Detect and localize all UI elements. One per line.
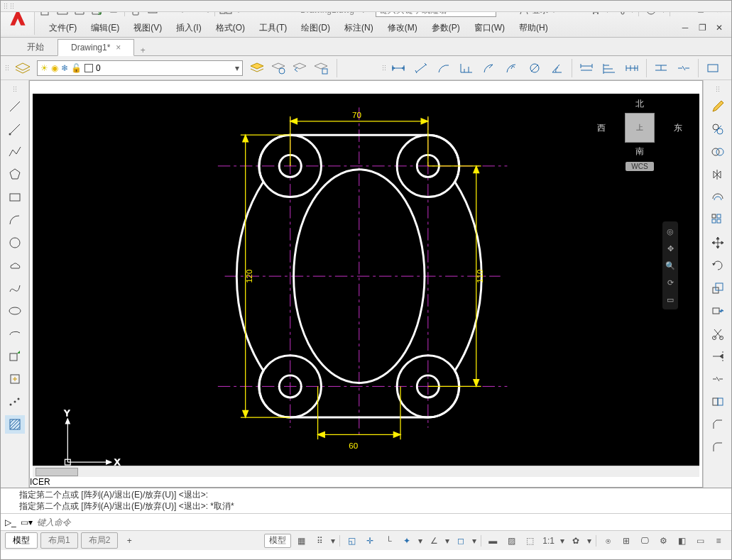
- polyline-icon[interactable]: [5, 143, 25, 161]
- wcs-badge[interactable]: WCS: [626, 162, 653, 171]
- navigation-bar[interactable]: ◎ ✥ 🔍 ⟳ ▭: [662, 221, 678, 309]
- rotate-icon[interactable]: [708, 256, 728, 275]
- ortho-icon[interactable]: └: [380, 534, 397, 548]
- dim-more-icon[interactable]: [703, 58, 723, 78]
- ellipse-icon[interactable]: [5, 302, 25, 320]
- nav-showmotion-icon[interactable]: ▭: [665, 294, 676, 305]
- space-model-button[interactable]: 模型: [264, 534, 291, 548]
- arc-icon[interactable]: [5, 211, 25, 229]
- menu-insert[interactable]: 插入(I): [169, 20, 208, 36]
- snap-dots-icon[interactable]: ⠿: [311, 534, 328, 548]
- tab-add-layout-icon[interactable]: +: [121, 534, 138, 548]
- erase-icon[interactable]: [708, 120, 728, 138]
- make-block-icon[interactable]: [5, 370, 25, 388]
- scale-icon[interactable]: [708, 279, 728, 297]
- layer-prev-icon[interactable]: [290, 58, 310, 78]
- menu-view[interactable]: 视图(V): [126, 20, 169, 36]
- dim-break-icon[interactable]: [674, 58, 694, 78]
- line-icon[interactable]: [5, 97, 25, 116]
- h-scrollbar[interactable]: [33, 466, 699, 477]
- viewcube[interactable]: 北 西 上 东 南 WCS: [597, 98, 682, 190]
- doc-close-button[interactable]: ✕: [711, 20, 727, 35]
- ellipse-arc-icon[interactable]: [5, 324, 25, 343]
- layer-properties-icon[interactable]: [13, 58, 33, 78]
- join-icon[interactable]: [708, 392, 728, 411]
- nav-zoom-icon[interactable]: 🔍: [665, 260, 676, 271]
- tab-drawing[interactable]: Drawing1* ×: [58, 39, 134, 56]
- menu-parametric[interactable]: 参数(P): [425, 20, 467, 36]
- menu-help[interactable]: 帮助(H): [512, 20, 555, 36]
- array-icon[interactable]: [708, 211, 728, 229]
- polar-drop[interactable]: ▾: [417, 534, 424, 548]
- customize-icon[interactable]: ≡: [710, 534, 727, 548]
- spline-icon[interactable]: [5, 279, 25, 297]
- viewcube-south[interactable]: 南: [597, 146, 682, 158]
- dim-radius-icon[interactable]: [479, 58, 499, 78]
- menu-draw[interactable]: 绘图(D): [294, 20, 337, 36]
- iso-drop[interactable]: ▾: [444, 534, 451, 548]
- ray-icon[interactable]: [5, 120, 25, 138]
- layer-match-icon[interactable]: [311, 58, 331, 78]
- annoscale-icon[interactable]: ⍟: [599, 534, 616, 548]
- transparency-icon[interactable]: ▨: [503, 534, 520, 548]
- infer-icon[interactable]: ◱: [343, 534, 360, 548]
- hardware-icon[interactable]: ⚙: [655, 534, 672, 548]
- menu-tools[interactable]: 工具(T): [252, 20, 294, 36]
- layer-combo[interactable]: ☀ ◉ ❄ 🔓 0 ▾: [37, 60, 243, 76]
- monitor-icon[interactable]: 🖵: [636, 534, 653, 548]
- dim-space-icon[interactable]: [651, 58, 671, 78]
- layer-iso-icon[interactable]: [268, 58, 288, 78]
- insert-block-icon[interactable]: [5, 347, 25, 366]
- tab-add-button[interactable]: +: [134, 45, 151, 55]
- tab-start[interactable]: 开始: [13, 38, 58, 55]
- tab-layout1[interactable]: 布局1: [40, 532, 78, 549]
- osnap-drop[interactable]: ▾: [471, 534, 478, 548]
- stretch-icon[interactable]: [708, 302, 728, 320]
- cycling-icon[interactable]: ⬚: [521, 534, 538, 548]
- grid-icon[interactable]: ▦: [293, 534, 310, 548]
- dim-aligned-icon[interactable]: [411, 58, 431, 78]
- isolate-icon[interactable]: ◧: [673, 534, 690, 548]
- dim-baseline-icon[interactable]: [599, 58, 619, 78]
- dim-arc-icon[interactable]: [434, 58, 454, 78]
- gear-icon[interactable]: ✿: [567, 534, 584, 548]
- snap-drop-icon[interactable]: ▾: [329, 534, 337, 548]
- dim-jogged-icon[interactable]: [502, 58, 522, 78]
- break-icon[interactable]: [708, 370, 728, 388]
- layer-drop-icon[interactable]: ▾: [235, 63, 239, 73]
- cmd-history-icon[interactable]: ▭▾: [21, 517, 33, 527]
- offset-icon[interactable]: [708, 188, 728, 207]
- layer-states-icon[interactable]: [247, 58, 267, 78]
- menu-format[interactable]: 格式(O): [209, 20, 252, 36]
- point-icon[interactable]: [5, 392, 25, 411]
- gear-drop[interactable]: ▾: [586, 534, 593, 548]
- dim-ordinate-icon[interactable]: [457, 58, 476, 78]
- command-input[interactable]: [37, 517, 727, 527]
- circle-icon[interactable]: [5, 234, 25, 252]
- menu-edit[interactable]: 编辑(E): [84, 20, 126, 36]
- osnap-icon[interactable]: ◻: [452, 534, 469, 548]
- nav-fullnav-icon[interactable]: ◎: [665, 226, 676, 237]
- dim-quick-icon[interactable]: [577, 58, 596, 78]
- workspace-icon[interactable]: ⊞: [618, 534, 635, 548]
- doc-minimize-button[interactable]: ─: [677, 20, 693, 35]
- cleanscreen-icon[interactable]: ▭: [692, 534, 709, 548]
- extend-icon[interactable]: [708, 347, 728, 366]
- fillet-icon[interactable]: [708, 438, 728, 456]
- viewcube-north[interactable]: 北: [597, 98, 682, 110]
- dim-continue-icon[interactable]: [622, 58, 642, 78]
- tab-layout2[interactable]: 布局2: [81, 532, 119, 549]
- mirror-icon[interactable]: [708, 165, 728, 184]
- nav-pan-icon[interactable]: ✥: [665, 243, 676, 254]
- chamfer-icon[interactable]: [708, 415, 728, 434]
- viewcube-east[interactable]: 东: [674, 122, 682, 134]
- nav-orbit-icon[interactable]: ⟳: [665, 277, 676, 288]
- scale-button[interactable]: 1:1: [540, 534, 557, 548]
- polygon-icon[interactable]: [5, 165, 25, 184]
- viewcube-face[interactable]: 上: [625, 113, 655, 143]
- scale-drop[interactable]: ▾: [559, 534, 566, 548]
- menu-file[interactable]: 文件(F): [42, 20, 84, 36]
- drawing-canvas[interactable]: 70 120 110 60 X Y 北 西 上 东: [33, 94, 699, 466]
- menu-dimension[interactable]: 标注(N): [337, 20, 381, 36]
- move-icon[interactable]: [708, 234, 728, 252]
